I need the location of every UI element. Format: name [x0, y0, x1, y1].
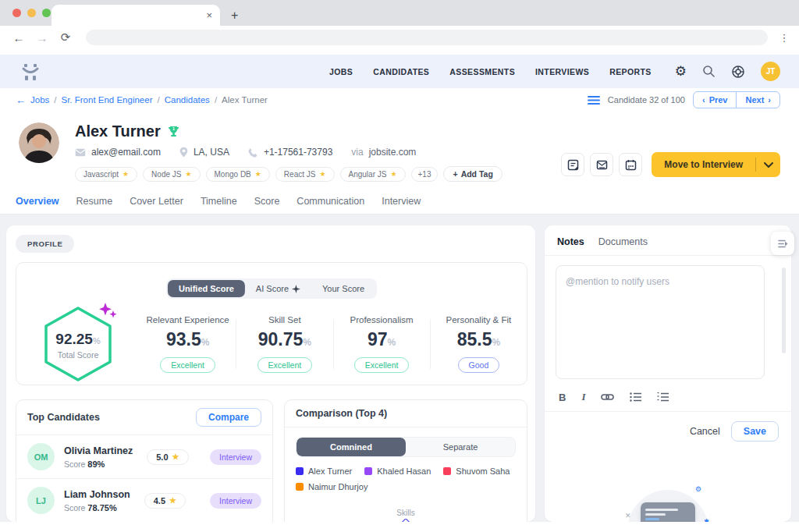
candidate-email[interactable]: alex@email.com	[91, 147, 161, 158]
note-action-button[interactable]	[561, 153, 584, 176]
more-tags-pill[interactable]: +13	[411, 167, 439, 182]
tab-documents[interactable]: Documents	[598, 236, 648, 247]
candidate-main: Alex Turner 1 alex@email.com	[75, 122, 502, 182]
metric-unit: %	[201, 337, 210, 348]
candidate-name: Alex Turner	[75, 122, 161, 140]
toggle-separate[interactable]: Separate	[406, 438, 515, 456]
maximize-window-button[interactable]	[42, 9, 51, 17]
next-button[interactable]: Next ›	[737, 92, 779, 108]
legend-swatch	[296, 483, 304, 491]
metric-unit: %	[388, 337, 396, 348]
tag-reactjs[interactable]: React JS ★	[275, 167, 335, 182]
breadcrumb-jobs[interactable]: Jobs	[30, 95, 49, 105]
appbar-icons: ⚙ JT	[675, 62, 780, 81]
metric-badge: Excellent	[257, 357, 313, 373]
tag-angularjs[interactable]: Angular JS ★	[340, 167, 406, 182]
candidate-row[interactable]: OM Olivia Martinez Score 89% 5.0 ★ Inter…	[16, 435, 272, 479]
calendar-icon	[625, 159, 637, 171]
candidate-location: LA, USA	[194, 147, 229, 158]
phone-icon	[248, 147, 258, 158]
cancel-button[interactable]: Cancel	[690, 426, 720, 437]
tab-overview[interactable]: Overview	[16, 196, 59, 214]
tag-javascript[interactable]: Javascript ★	[75, 167, 137, 182]
bullet-list-icon[interactable]	[630, 392, 641, 402]
toggle-ai-score[interactable]: AI Score	[245, 280, 311, 297]
note-input[interactable]	[556, 265, 765, 379]
metric-skill-set: Skill Set 90.75% Excellent	[236, 315, 332, 373]
candidate-phone[interactable]: +1-17561-73793	[264, 147, 332, 158]
tag-label: Javascript	[83, 170, 119, 179]
breadcrumb-separator: /	[157, 95, 159, 105]
nav-item-reports[interactable]: REPORTS	[609, 67, 652, 76]
metric-label: Personality & Fit	[431, 315, 527, 325]
add-tag-button[interactable]: + Add Tag	[443, 166, 502, 182]
search-icon[interactable]	[702, 65, 716, 78]
candidate-row[interactable]: LJ Liam Johnson Score 78.75% 4.5 ★ Inter…	[16, 479, 272, 522]
plus-icon: +	[453, 169, 457, 179]
numbered-list-icon[interactable]	[657, 392, 669, 402]
close-window-button[interactable]	[12, 9, 21, 17]
score-value: 89%	[87, 459, 105, 469]
breadcrumb-job-title[interactable]: Sr. Front End Engineer	[62, 95, 153, 105]
candidate-pager: Candidate 32 of 100 ‹ Prev Next ›	[588, 91, 780, 108]
tag-nodejs[interactable]: Node JS ★	[143, 167, 200, 182]
breadcrumb-back-icon[interactable]: ←	[16, 94, 26, 106]
metric-badge: Excellent	[354, 357, 410, 373]
forward-icon[interactable]: →	[33, 31, 51, 44]
link-icon[interactable]	[601, 392, 614, 402]
compare-button[interactable]: Compare	[196, 408, 261, 427]
app-logo[interactable]	[20, 62, 41, 82]
tab-timeline[interactable]: Timeline	[201, 196, 237, 214]
reload-icon[interactable]: ⟳	[56, 30, 75, 44]
settings-gear-icon[interactable]: ⚙	[675, 65, 687, 78]
decor-asterisk-icon: ✱	[704, 518, 709, 522]
nav-item-candidates[interactable]: CANDIDATES	[373, 67, 429, 76]
move-to-interview-dropdown[interactable]	[755, 158, 780, 172]
tab-score[interactable]: Score	[254, 196, 280, 214]
nav-item-assessments[interactable]: ASSESSMENTS	[449, 67, 515, 76]
star-icon: ★	[319, 170, 325, 178]
decor-x-icon: ✕	[625, 512, 631, 520]
mail-action-button[interactable]	[590, 153, 613, 176]
prev-button[interactable]: ‹ Prev	[694, 92, 737, 108]
panel-scrollbar[interactable]	[782, 268, 786, 353]
collapse-panel-button[interactable]	[771, 232, 794, 255]
tab-notes[interactable]: Notes	[557, 236, 584, 247]
candidate-list-icon[interactable]	[588, 95, 600, 105]
tab-cover-letter[interactable]: Cover Letter	[130, 196, 183, 214]
tag-mongodb[interactable]: Mongo DB ★	[206, 167, 270, 182]
trophy-icon: 1	[167, 125, 180, 138]
browser-tab[interactable]: ×	[51, 5, 220, 26]
save-button[interactable]: Save	[731, 421, 779, 442]
legend-khaled-hasan: Khaled Hasan	[364, 466, 431, 476]
nav-item-interviews[interactable]: INTERVIEWS	[535, 67, 589, 76]
browser-menu-icon[interactable]: ⋮	[779, 32, 790, 44]
bold-icon[interactable]: B	[559, 392, 566, 403]
new-tab-button[interactable]: +	[231, 9, 238, 22]
user-avatar[interactable]: JT	[761, 62, 780, 81]
metric-label: Skill Set	[236, 315, 332, 325]
candidate-actions: Move to Interview	[561, 122, 780, 182]
toggle-combined[interactable]: Comnined	[297, 438, 406, 456]
address-bar[interactable]	[86, 30, 768, 45]
tag-label: Node JS	[151, 170, 181, 179]
minimize-window-button[interactable]	[27, 9, 36, 17]
legend-label: Shuvom Saha	[456, 466, 510, 476]
help-lifebuoy-icon[interactable]	[731, 65, 745, 79]
candidate-counter: Candidate 32 of 100	[608, 95, 685, 105]
nav-item-jobs[interactable]: JOBS	[329, 67, 353, 76]
toggle-your-score[interactable]: Your Score	[311, 280, 375, 297]
tab-communication[interactable]: Communication	[297, 196, 364, 214]
move-to-interview-button[interactable]: Move to Interview	[652, 152, 780, 177]
schedule-action-button[interactable]	[619, 153, 642, 176]
back-icon[interactable]: ←	[9, 31, 28, 44]
breadcrumb-candidates[interactable]: Candidates	[165, 95, 210, 105]
main-content: PROFILE Unified Score AI Score Your Scor…	[0, 215, 799, 522]
toggle-unified-score[interactable]: Unified Score	[168, 280, 245, 297]
metric-personality-fit: Personality & Fit 85.5% Good	[431, 315, 527, 373]
comparison-card: Comparison (Top 4) Comnined Separate Ale…	[284, 399, 527, 522]
tab-interview[interactable]: Interview	[382, 196, 421, 214]
italic-icon[interactable]: I	[581, 391, 585, 403]
tab-resume[interactable]: Resume	[76, 196, 113, 214]
tab-close-icon[interactable]: ×	[206, 9, 212, 21]
